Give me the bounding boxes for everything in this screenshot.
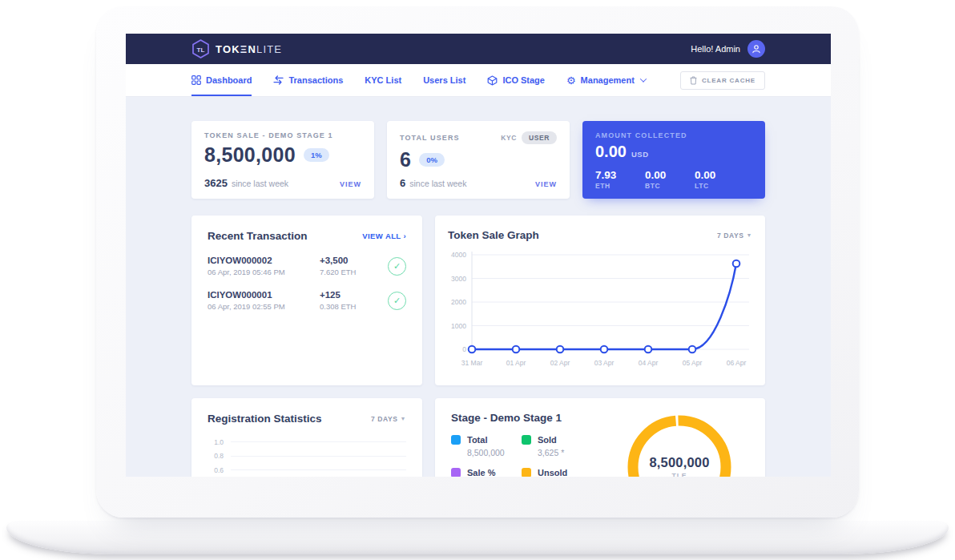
btc-label: BTC <box>645 182 695 190</box>
svg-text:1000: 1000 <box>451 322 466 330</box>
tranx-amount: +3,500 <box>320 256 388 265</box>
recent-transactions-card: Recent Transaction VIEW ALL › ICIYOW0000… <box>191 216 422 385</box>
tranx-eth: 7.620 ETH <box>320 268 388 276</box>
tab-users-list[interactable]: Users List <box>423 64 465 96</box>
delta-value: 6 <box>400 177 405 189</box>
tab-management[interactable]: ⚙ Management <box>566 64 646 96</box>
clear-cache-label: CLEAR CACHE <box>702 77 756 84</box>
svg-text:04 Apr: 04 Apr <box>639 359 659 367</box>
kyc-user-toggle: KYC USER <box>501 131 557 144</box>
section-title: Registration Statistics <box>208 413 322 425</box>
axis-tick: 0.6 <box>208 466 224 474</box>
legend-value: 3,625 * <box>538 448 618 457</box>
svg-text:02 Apr: 02 Apr <box>550 359 570 367</box>
svg-text:3000: 3000 <box>451 275 466 283</box>
ltc-label: LTC <box>695 182 744 190</box>
legend-swatch-1 <box>522 435 531 445</box>
card-title: TOTAL USERS <box>400 134 460 142</box>
token-sale-graph-card: Token Sale Graph 7 DAYS ▼ 40003000200010… <box>435 216 765 385</box>
tab-label: KYC List <box>365 75 401 85</box>
tranx-eth: 0.308 ETH <box>320 302 388 311</box>
ltc-amount: 0.00 <box>695 169 744 181</box>
tab-ico-stage[interactable]: ICO Stage <box>487 64 545 96</box>
legend-value: 8,500,000 <box>467 448 522 457</box>
stage-demo-card: Stage - Demo Stage 1 Total 8,500,000 Sol… <box>435 398 765 477</box>
caret-down-icon: ▼ <box>400 416 406 421</box>
legend-swatch-2 <box>451 468 461 477</box>
tab-dashboard[interactable]: Dashboard <box>191 64 252 96</box>
view-link[interactable]: VIEW <box>340 180 361 188</box>
eth-column: 7.93 ETH <box>595 169 645 190</box>
trash-icon <box>690 76 697 85</box>
svg-text:4000: 4000 <box>451 251 466 259</box>
legend-swatch-3 <box>522 468 531 477</box>
total-users-card: TOTAL USERS KYC USER 6 0% 6 since last w… <box>387 121 570 199</box>
donut-center-unit: TLE <box>671 472 687 477</box>
token-sale-card: TOKEN SALE - DEMO STAGE 1 8,500,000 1% 3… <box>191 121 374 199</box>
tranx-id: ICIYOW000002 <box>208 256 320 265</box>
dashboard-grid-icon <box>191 75 201 85</box>
toggle-kyc[interactable]: KYC <box>501 134 517 142</box>
laptop-base <box>6 521 949 554</box>
tab-kyc-list[interactable]: KYC List <box>365 64 401 96</box>
legend-item-unsold: Unsold <box>522 468 618 477</box>
transaction-row[interactable]: ICIYOW000002 06 Apr, 2019 05:46 PM +3,50… <box>208 256 406 276</box>
amount-collected-card: AMOUNT COLLECTED 0.00 USD 7.93 ETH 0.00 <box>582 121 765 199</box>
svg-text:2000: 2000 <box>451 298 466 306</box>
arrow-right-icon: › <box>403 232 406 240</box>
tab-label: Users List <box>423 75 465 85</box>
registration-chart-axis: 1.0 0.8 0.6 <box>208 435 406 477</box>
app-screen: TL TOKΞNLITE Hello! Admin <box>126 34 831 477</box>
donut-center-value: 8,500,000 <box>649 455 709 470</box>
token-sale-value: 8,500,000 <box>204 143 296 167</box>
card-title: TOKEN SALE - DEMO STAGE 1 <box>204 131 333 139</box>
tranx-date: 06 Apr, 2019 05:46 PM <box>208 268 320 276</box>
svg-text:0: 0 <box>462 345 466 353</box>
delta-label: since last week <box>409 179 466 188</box>
tranx-id: ICIYOW000001 <box>208 290 320 300</box>
caret-down-icon: ▼ <box>746 232 752 238</box>
token-sale-line-chart: 4000300020001000031 Mar01 Apr02 Apr03 Ap… <box>448 247 752 369</box>
transaction-row[interactable]: ICIYOW000001 06 Apr, 2019 02:55 PM +125 … <box>208 290 406 311</box>
cube-icon <box>487 75 498 86</box>
swap-arrows-icon <box>273 75 284 85</box>
svg-text:03 Apr: 03 Apr <box>594 359 615 367</box>
range-dropdown[interactable]: 7 DAYS ▼ <box>717 232 752 240</box>
brand[interactable]: TL TOKΞNLITE <box>191 39 282 58</box>
usd-unit: USD <box>631 150 649 159</box>
legend-item-sale-pct: Sale % <box>451 468 522 477</box>
stage-donut-chart: 8,500,000 TLE <box>619 407 739 477</box>
view-all-link[interactable]: VIEW ALL › <box>362 232 406 240</box>
check-circle-icon: ✓ <box>388 257 406 276</box>
check-circle-icon: ✓ <box>388 292 406 310</box>
admin-avatar[interactable] <box>747 40 765 58</box>
axis-tick: 1.0 <box>208 438 224 446</box>
section-title: Stage - Demo Stage 1 <box>451 412 562 424</box>
tranx-date: 06 Apr, 2019 02:55 PM <box>208 302 320 311</box>
tab-transactions[interactable]: Transactions <box>273 64 343 96</box>
eth-label: ETH <box>595 182 645 190</box>
section-title: Token Sale Graph <box>448 229 539 241</box>
legend-item-total: Total 8,500,000 <box>451 435 522 457</box>
hexagon-tl-logo-icon: TL <box>191 39 210 58</box>
section-title: Recent Transaction <box>208 230 308 242</box>
svg-text:05 Apr: 05 Apr <box>683 359 703 367</box>
ltc-column: 0.00 LTC <box>695 169 744 190</box>
range-dropdown[interactable]: 7 DAYS ▼ <box>371 415 406 423</box>
legend-swatch-0 <box>451 435 461 445</box>
chevron-down-icon <box>640 75 647 82</box>
tab-label: ICO Stage <box>502 75 545 85</box>
nav-tabs-bar: Dashboard Transactions KYC List <box>126 64 831 97</box>
percent-badge: 0% <box>419 153 445 167</box>
gridline <box>231 469 406 470</box>
btc-column: 0.00 BTC <box>645 169 695 190</box>
svg-text:TL: TL <box>197 46 205 54</box>
clear-cache-button[interactable]: CLEAR CACHE <box>680 71 765 90</box>
page: TL TOKΞNLITE Hello! Admin <box>0 0 955 560</box>
gear-icon: ⚙ <box>566 75 576 86</box>
total-users-value: 6 <box>400 148 411 171</box>
axis-tick: 0.8 <box>208 452 224 460</box>
toggle-user[interactable]: USER <box>522 131 557 144</box>
view-link[interactable]: VIEW <box>535 180 557 188</box>
svg-text:06 Apr: 06 Apr <box>727 359 747 367</box>
